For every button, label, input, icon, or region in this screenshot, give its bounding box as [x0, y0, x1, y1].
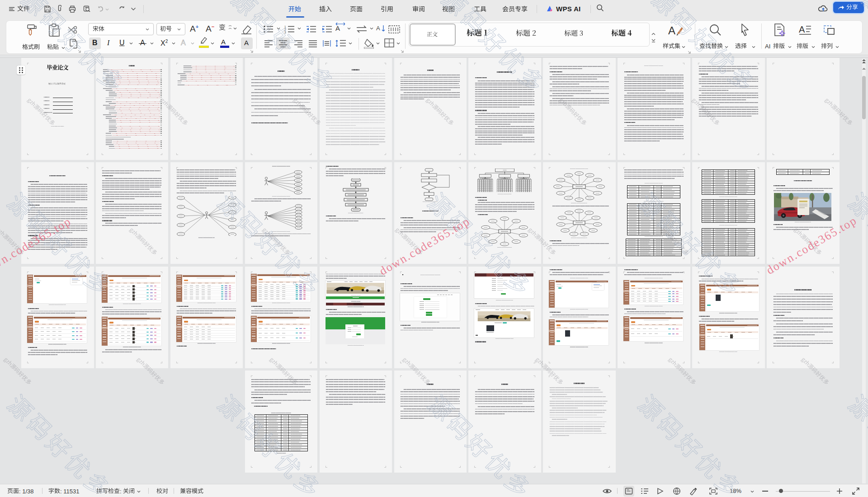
svg-text:A: A [799, 24, 805, 34]
svg-text:A: A [376, 25, 380, 32]
svg-text:3: 3 [284, 31, 286, 34]
svg-text:A: A [668, 24, 675, 37]
